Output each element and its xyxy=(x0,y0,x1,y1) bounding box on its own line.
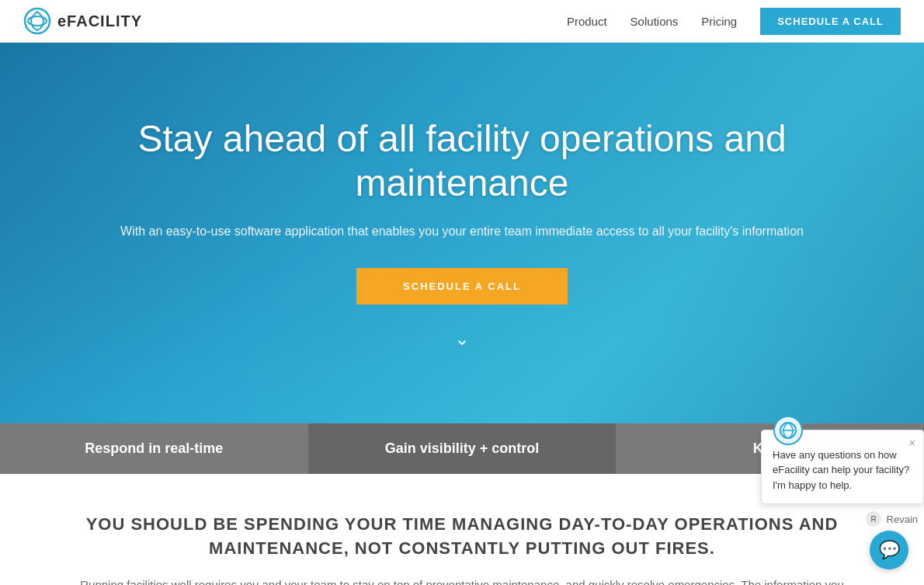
hero-title: Stay ahead of all facility operations an… xyxy=(78,117,846,206)
nav-product[interactable]: Product xyxy=(567,15,607,28)
nav-schedule-call-button[interactable]: SCHEDULE A CALL xyxy=(760,8,901,35)
chat-overlay: × Have any questions on how eFacility ca… xyxy=(761,430,924,586)
nav-pricing[interactable]: Pricing xyxy=(701,15,737,28)
revain-area: R Revain xyxy=(761,510,924,531)
logo[interactable]: eFACILITY xyxy=(23,7,142,35)
chat-message: Have any questions on how eFacility can … xyxy=(773,447,912,493)
chat-close-button[interactable]: × xyxy=(909,437,915,449)
hero-scroll-down-icon[interactable]: ⌄ xyxy=(78,328,846,350)
nav-links: Product Solutions Pricing SCHEDULE A CAL… xyxy=(567,8,901,35)
nav-solutions[interactable]: Solutions xyxy=(630,15,679,28)
content-heading: YOU SHOULD BE SPENDING YOUR TIME MANAGIN… xyxy=(62,513,862,561)
chat-box: × Have any questions on how eFacility ca… xyxy=(761,430,924,505)
hero-schedule-call-button[interactable]: SCHEDULE A CALL xyxy=(356,268,568,305)
chat-bubble-icon: 💬 xyxy=(879,540,900,560)
revain-brand-label: Revain xyxy=(887,514,918,525)
content-body: Running facilities well requires you and… xyxy=(62,575,862,585)
chat-efacility-icon xyxy=(773,415,804,446)
hero-section: Stay ahead of all facility operations an… xyxy=(0,43,924,423)
tab-respond-realtime[interactable]: Respond in real-time xyxy=(0,423,308,474)
logo-text: eFACILITY xyxy=(57,12,142,30)
navbar: eFACILITY Product Solutions Pricing SCHE… xyxy=(0,0,924,43)
svg-text:R: R xyxy=(870,515,876,524)
hero-content: Stay ahead of all facility operations an… xyxy=(0,117,924,350)
chat-bubble-button[interactable]: 💬 xyxy=(870,531,908,569)
hero-subtitle: With an easy-to-use software application… xyxy=(78,221,846,242)
efacility-logo-icon xyxy=(23,7,51,35)
tab-gain-visibility[interactable]: Gain visibility + control xyxy=(308,423,617,474)
revain-icon: R xyxy=(865,510,882,528)
